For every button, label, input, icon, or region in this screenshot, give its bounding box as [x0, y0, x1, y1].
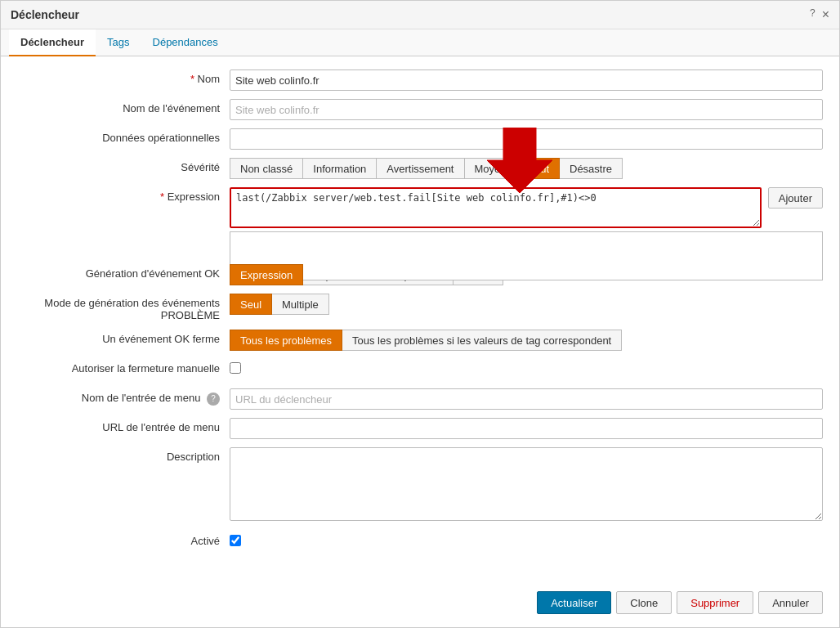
- mode-gen-seul[interactable]: Seul: [230, 294, 272, 315]
- severity-information[interactable]: Information: [302, 158, 377, 179]
- expression-label-text: Expression: [168, 191, 220, 203]
- ok-ferme-button-group: Tous les problèmes Tous les problèmes si…: [230, 330, 823, 351]
- donnees-control: [230, 128, 823, 150]
- expression-label: * Expression: [17, 187, 230, 203]
- severite-control: Non classé Information Avertissement Moy…: [230, 158, 823, 179]
- severity-haut[interactable]: Haut: [516, 158, 560, 179]
- donnees-row: Données opérationnelles: [17, 128, 823, 150]
- autoriser-checkbox[interactable]: [230, 362, 241, 374]
- description-row: Description: [17, 447, 823, 523]
- autoriser-row: Autoriser la fermeture manuelle: [17, 359, 823, 380]
- tab-bar: Déclencheur Tags Dépendances: [1, 29, 839, 56]
- ok-ferme-control: Tous les problèmes Tous les problèmes si…: [230, 330, 823, 351]
- severity-button-group: Non classé Information Avertissement Moy…: [230, 158, 823, 179]
- dialog-close-icon[interactable]: ×: [822, 7, 829, 22]
- nom-entree-help-icon[interactable]: ?: [207, 392, 220, 406]
- nom-row: * Nom: [17, 70, 823, 91]
- nom-entree-label-text: Nom de l'entrée de menu: [82, 392, 201, 404]
- form-content: * Nom Nom de l'événement Données opérati…: [1, 56, 839, 577]
- tab-declencheur[interactable]: Déclencheur: [9, 29, 96, 56]
- nom-event-row: Nom de l'événement: [17, 99, 823, 120]
- nom-input[interactable]: [230, 70, 823, 91]
- help-icon[interactable]: ?: [810, 7, 815, 22]
- dialog-help-area: ? ×: [810, 7, 829, 22]
- dialog-container: Déclencheur ? × Déclencheur Tags Dépenda…: [0, 0, 840, 628]
- dialog-header: Déclencheur ? ×: [1, 1, 839, 29]
- url-entree-control: [230, 418, 823, 439]
- nom-entree-label: Nom de l'entrée de menu ?: [17, 388, 230, 406]
- autoriser-control: [230, 359, 823, 376]
- severity-non-classe[interactable]: Non classé: [230, 158, 303, 179]
- nom-event-control: [230, 99, 823, 120]
- active-label: Activé: [17, 532, 230, 547]
- nom-event-input[interactable]: [230, 99, 823, 120]
- nom-label-text: Nom: [198, 73, 220, 85]
- supprimer-button[interactable]: Supprimer: [677, 591, 753, 614]
- mode-gen-label: Mode de génération des événements PROBLÈ…: [17, 294, 230, 321]
- nom-entree-input[interactable]: [230, 388, 823, 410]
- expression-required-star: *: [160, 191, 168, 203]
- ok-ferme-label: Un événement OK ferme: [17, 330, 230, 345]
- expression-add-button[interactable]: Ajouter: [768, 187, 823, 209]
- severity-moyen[interactable]: Moyen: [464, 158, 517, 179]
- mode-gen-button-group: Seul Multiple: [230, 294, 823, 315]
- nom-entree-control: [230, 388, 823, 410]
- severity-avertissement[interactable]: Avertissement: [376, 158, 464, 179]
- description-control: [230, 447, 823, 523]
- expression-control: last(/Zabbix server/web.test.fail[Site w…: [230, 187, 823, 280]
- active-checkbox[interactable]: [230, 535, 241, 546]
- url-entree-label: URL de l'entrée de menu: [17, 418, 230, 433]
- dialog-footer: Actualiser Clone Supprimer Annuler: [537, 591, 823, 614]
- url-entree-row: URL de l'entrée de menu: [17, 418, 823, 439]
- description-label: Description: [17, 447, 230, 463]
- url-entree-input[interactable]: [230, 418, 823, 439]
- tab-tags[interactable]: Tags: [96, 29, 141, 56]
- description-textarea[interactable]: [230, 447, 823, 521]
- required-star: *: [190, 73, 198, 85]
- ok-ferme-row: Un événement OK ferme Tous les problèmes…: [17, 330, 823, 351]
- mode-gen-multiple[interactable]: Multiple: [271, 294, 329, 315]
- active-control: [230, 532, 823, 549]
- annuler-button[interactable]: Annuler: [758, 591, 823, 614]
- severite-row: Sévérité Non classé Information Avertiss…: [17, 158, 823, 179]
- ok-ferme-tous[interactable]: Tous les problèmes: [230, 330, 342, 351]
- autoriser-label: Autoriser la fermeture manuelle: [17, 359, 230, 375]
- expression-textarea[interactable]: last(/Zabbix server/web.test.fail[Site w…: [230, 187, 762, 228]
- nom-entree-row: Nom de l'entrée de menu ?: [17, 388, 823, 410]
- dialog-title: Déclencheur: [11, 8, 79, 21]
- severity-desastre[interactable]: Désastre: [559, 158, 623, 179]
- mode-gen-control: Seul Multiple: [230, 294, 823, 315]
- expression-extra-area: [230, 231, 823, 280]
- mode-gen-row: Mode de génération des événements PROBLÈ…: [17, 294, 823, 321]
- expression-input-row: last(/Zabbix server/web.test.fail[Site w…: [230, 187, 823, 228]
- clone-button[interactable]: Clone: [616, 591, 672, 614]
- tab-dependances[interactable]: Dépendances: [141, 29, 230, 56]
- expression-row: * Expression last(/Zabbix server/web.tes…: [17, 187, 823, 280]
- donnees-label: Données opérationnelles: [17, 128, 230, 144]
- ok-ferme-tous-tag[interactable]: Tous les problèmes si les valeurs de tag…: [342, 330, 622, 351]
- severite-label: Sévérité: [17, 158, 230, 173]
- nom-label: * Nom: [17, 70, 230, 85]
- nom-control: [230, 70, 823, 91]
- actualiser-button[interactable]: Actualiser: [537, 591, 611, 614]
- donnees-input[interactable]: [230, 128, 823, 150]
- nom-event-label: Nom de l'événement: [17, 99, 230, 114]
- active-row: Activé: [17, 532, 823, 553]
- gen-ok-expression[interactable]: Expression: [230, 264, 303, 285]
